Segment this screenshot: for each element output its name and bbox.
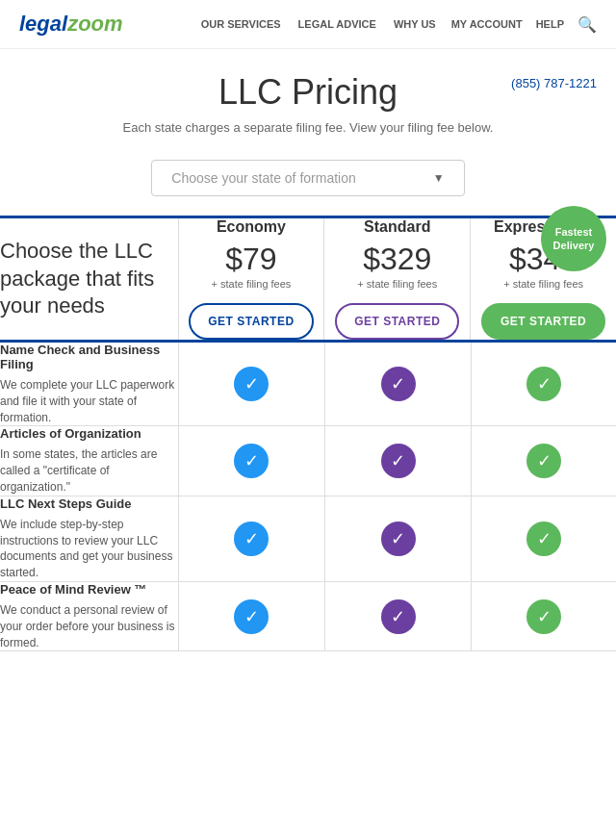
feature-row-0: Name Check and Business Filing We comple… [0, 342, 616, 426]
checkmark-icon: ✓ [234, 522, 269, 556]
pricing-tagline: Choose the LLC package that fits your ne… [0, 238, 178, 320]
plan-express-cta[interactable]: GET STARTED [481, 303, 605, 340]
features-table: Name Check and Business Filing We comple… [0, 340, 616, 651]
checkmark-icon: ✓ [526, 367, 561, 401]
state-dropdown[interactable]: Choose your state of formation ▼ [151, 160, 464, 196]
logo[interactable]: legalzoom [19, 12, 123, 37]
nav-why-us[interactable]: WHY US [394, 18, 436, 30]
nav-help[interactable]: HELP [536, 18, 564, 30]
plan-economy-cta[interactable]: GET STARTED [189, 303, 313, 340]
nav-my-account[interactable]: MY ACCOUNT [451, 18, 523, 30]
feature-desc-1: Articles of Organization In some states,… [0, 426, 178, 496]
subtitle: Each state charges a separate filing fee… [19, 120, 597, 135]
plan-express-fees: + state filing fees [471, 278, 616, 290]
checkmark-icon: ✓ [526, 599, 561, 634]
feature-check-3-2: ✓ [472, 581, 616, 650]
checkmark-icon: ✓ [381, 367, 416, 401]
feature-text-2: We include step-by-step instructions to … [0, 517, 178, 581]
feature-text-0: We complete your LLC paperwork and file … [0, 377, 178, 425]
plan-standard-header: Standard $329 + state filing fees GET ST… [324, 217, 471, 341]
feature-check-1-1: ✓ [324, 426, 471, 496]
feature-check-3-0: ✓ [178, 581, 324, 650]
nav-right: MY ACCOUNT HELP 🔍 [451, 15, 597, 34]
plan-economy-fees: + state filing fees [179, 278, 324, 290]
feature-check-0-0: ✓ [178, 342, 324, 426]
chevron-down-icon: ▼ [433, 171, 445, 185]
feature-row-2: LLC Next Steps Guide We include step-by-… [0, 496, 616, 581]
plan-economy-price: $79 [179, 243, 324, 274]
nav-legal-advice[interactable]: LEGAL ADVICE [298, 18, 376, 30]
pricing-table: Choose the LLC package that fits your ne… [0, 216, 616, 340]
fastest-delivery-badge: Fastest Delivery [541, 206, 606, 271]
nav-links: OUR SERVICES LEGAL ADVICE WHY US [201, 18, 436, 30]
feature-desc-3: Peace of Mind Review ™ We conduct a pers… [0, 581, 178, 650]
checkmark-icon: ✓ [526, 522, 561, 556]
navigation: legalzoom OUR SERVICES LEGAL ADVICE WHY … [0, 0, 616, 49]
checkmark-icon: ✓ [234, 444, 269, 478]
checkmark-icon: ✓ [234, 367, 269, 401]
feature-check-0-2: ✓ [472, 342, 616, 426]
feature-check-3-1: ✓ [324, 581, 471, 650]
fastest-line2: Delivery [553, 239, 595, 252]
feature-check-1-0: ✓ [178, 426, 324, 496]
feature-check-0-1: ✓ [324, 342, 471, 426]
logo-zoom: zoom [67, 12, 122, 36]
state-dropdown-wrap: Choose your state of formation ▼ [0, 160, 616, 196]
feature-row-1: Articles of Organization In some states,… [0, 426, 616, 496]
feature-name-1: Articles of Organization [0, 426, 178, 441]
page-title: LLC Pricing [19, 72, 597, 113]
checkmark-icon: ✓ [381, 522, 416, 556]
pricing-section: Fastest Delivery Choose the LLC package … [0, 216, 616, 340]
feature-name-0: Name Check and Business Filing [0, 343, 178, 371]
feature-name-3: Peace of Mind Review ™ [0, 582, 178, 597]
feature-desc-2: LLC Next Steps Guide We include step-by-… [0, 496, 178, 581]
feature-name-2: LLC Next Steps Guide [0, 496, 178, 511]
feature-desc-0: Name Check and Business Filing We comple… [0, 342, 178, 426]
pricing-tagline-cell: Choose the LLC package that fits your ne… [0, 217, 178, 341]
feature-check-1-2: ✓ [472, 426, 616, 496]
plan-economy-header: Economy $79 + state filing fees GET STAR… [178, 217, 324, 341]
search-icon[interactable]: 🔍 [578, 15, 597, 34]
checkmark-icon: ✓ [234, 599, 269, 634]
logo-legal: legal [19, 12, 67, 36]
fastest-line1: Fastest [555, 225, 593, 239]
plan-standard-price: $329 [324, 243, 470, 274]
state-dropdown-label: Choose your state of formation [171, 170, 355, 186]
feature-text-1: In some states, the articles are called … [0, 446, 178, 495]
checkmark-icon: ✓ [381, 444, 416, 478]
feature-row-3: Peace of Mind Review ™ We conduct a pers… [0, 581, 616, 650]
checkmark-icon: ✓ [526, 444, 561, 478]
feature-check-2-1: ✓ [324, 496, 471, 581]
nav-our-services[interactable]: OUR SERVICES [201, 18, 281, 30]
checkmark-icon: ✓ [381, 599, 416, 634]
phone-number[interactable]: (855) 787-1221 [511, 76, 597, 90]
plan-economy-name: Economy [179, 218, 324, 236]
feature-check-2-0: ✓ [178, 496, 324, 581]
page-header: LLC Pricing (855) 787-1221 Each state ch… [0, 49, 616, 160]
feature-text-3: We conduct a personal review of your ord… [0, 602, 178, 650]
plan-standard-name: Standard [324, 218, 470, 236]
plan-standard-fees: + state filing fees [324, 278, 470, 290]
plan-standard-cta[interactable]: GET STARTED [335, 303, 459, 340]
feature-check-2-2: ✓ [472, 496, 616, 581]
